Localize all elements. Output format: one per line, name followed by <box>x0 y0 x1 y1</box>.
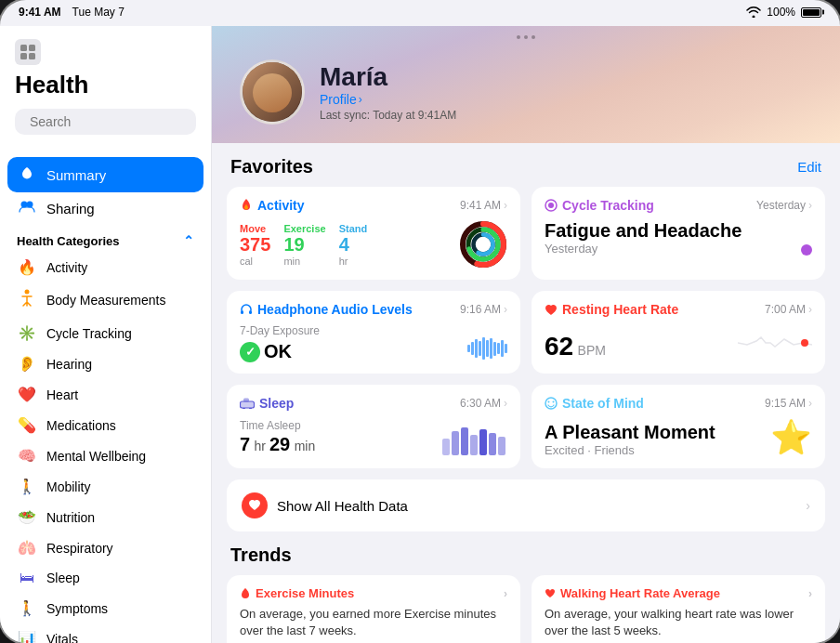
sharing-icon <box>17 200 37 217</box>
sidebar-item-nutrition[interactable]: 🥗 Nutrition <box>7 502 203 532</box>
edit-button[interactable]: Edit <box>797 159 821 175</box>
stand-unit: hr <box>339 256 368 267</box>
sharing-label: Sharing <box>46 201 95 217</box>
activity-card-header: Activity 9:41 AM › <box>240 198 507 213</box>
sidebar-item-summary[interactable]: Summary <box>7 157 203 192</box>
mental-label: Mental Wellbeing <box>46 449 146 464</box>
activity-card[interactable]: Activity 9:41 AM › Move 375 <box>227 187 520 280</box>
som-value: A Pleasant Moment <box>545 422 715 443</box>
walking-hr-trend-card[interactable]: Walking Heart Rate Average › On average,… <box>532 575 825 643</box>
exercise-trend-card[interactable]: Exercise Minutes › On average, you earne… <box>227 575 520 643</box>
som-card-body: A Pleasant Moment Excited · Friends ⭐ <box>545 418 812 457</box>
som-card-header: State of Mind 9:15 AM › <box>545 396 812 411</box>
cycle-card-title: Cycle Tracking <box>545 198 654 213</box>
sidebar-item-respiratory[interactable]: 🫁 Respiratory <box>7 532 203 563</box>
activity-metrics: Move 375 cal Exercise 19 min <box>240 220 507 269</box>
activity-rings-icon <box>459 220 507 269</box>
exercise-trend-chevron-icon: › <box>504 587 507 600</box>
heart-fill-icon <box>545 304 558 316</box>
mobility-label: Mobility <box>46 479 90 494</box>
sidebar-item-medications[interactable]: 💊 Medications <box>7 410 203 440</box>
trends-grid: Exercise Minutes › On average, you earne… <box>227 575 825 643</box>
sidebar-item-hearing[interactable]: 👂 Hearing <box>7 348 203 379</box>
sidebar-item-sharing[interactable]: Sharing <box>7 192 203 224</box>
sidebar-item-body[interactable]: Body Measurements <box>7 282 203 318</box>
walking-hr-desc: On average, your walking heart rate was … <box>545 606 812 639</box>
sleep-card-header: Sleep 6:30 AM › <box>240 396 507 411</box>
heart-rate-chart <box>738 324 812 361</box>
sidebar-item-sleep[interactable]: 🛏 Sleep <box>7 563 203 593</box>
sleep-icon <box>240 398 255 409</box>
svg-rect-29 <box>461 427 468 455</box>
medications-icon: 💊 <box>17 416 37 434</box>
search-input[interactable] <box>30 114 192 129</box>
profile-link[interactable]: Profile › <box>320 92 456 107</box>
svg-rect-27 <box>442 439 450 455</box>
hearing-icon: 👂 <box>17 355 37 373</box>
som-chevron-icon: › <box>808 397 812 410</box>
app-body: Health <box>0 26 840 643</box>
cycle-tracking-card[interactable]: Cycle Tracking Yesterday › Fatigue and H… <box>532 187 825 280</box>
favorites-grid: Activity 9:41 AM › Move 375 <box>227 187 825 468</box>
cycle-card-header: Cycle Tracking Yesterday › <box>545 198 812 213</box>
stand-metric: Stand 4 hr <box>339 223 368 267</box>
svg-rect-2 <box>20 53 27 59</box>
profile-chevron-icon: › <box>359 93 362 106</box>
sleep-minutes: 29 <box>269 434 290 454</box>
nutrition-label: Nutrition <box>46 510 95 525</box>
star-icon: ⭐ <box>770 418 812 457</box>
sidebar-item-cycle[interactable]: ✳️ Cycle Tracking <box>7 318 203 348</box>
state-of-mind-card[interactable]: State of Mind 9:15 AM › A Pleasant Momen… <box>532 385 825 468</box>
audio-wave-chart <box>467 335 507 362</box>
svg-point-18 <box>548 203 554 208</box>
sleep-chart <box>442 420 507 455</box>
svg-rect-31 <box>479 429 487 455</box>
sidebar-item-heart[interactable]: ❤️ Heart <box>7 379 203 410</box>
headphone-card[interactable]: Headphone Audio Levels 9:16 AM › 7-Day E… <box>227 291 520 374</box>
svg-rect-19 <box>241 310 243 314</box>
categories-title: Health Categories <box>17 234 120 248</box>
sleep-chevron-icon: › <box>504 397 507 410</box>
svg-rect-30 <box>470 435 478 455</box>
cycle-icon-card <box>545 199 558 212</box>
mental-icon: 🧠 <box>17 447 37 465</box>
hr-value: 62 <box>545 332 573 361</box>
sidebar-item-symptoms[interactable]: 🚶 Symptoms <box>7 593 203 623</box>
wifi-icon <box>746 7 761 18</box>
sidebar-header: Health <box>0 39 211 157</box>
svg-rect-20 <box>249 310 252 314</box>
search-bar[interactable] <box>15 109 196 135</box>
profile-name: María <box>320 62 456 92</box>
trends-header: Trends <box>227 531 825 575</box>
svg-rect-33 <box>498 437 505 455</box>
move-metric: Move 375 cal <box>240 223 270 267</box>
headphone-card-header: Headphone Audio Levels 9:16 AM › <box>240 302 507 317</box>
hr-card-time: 7:00 AM › <box>765 303 812 316</box>
categories-header: Health Categories ⌃ <box>0 224 211 252</box>
sidebar-item-vitals[interactable]: 📊 Vitals <box>7 623 203 643</box>
categories-list: 🔥 Activity Body Measurements ✳️ Cycle Tr… <box>0 252 211 643</box>
exercise-unit: min <box>283 256 325 267</box>
stand-value: 4 <box>339 234 368 256</box>
sidebar-item-mental[interactable]: 🧠 Mental Wellbeing <box>7 440 203 471</box>
sidebar-nav: Summary Sharing <box>0 157 211 224</box>
sidebar-item-activity[interactable]: 🔥 Activity <box>7 252 203 282</box>
activity-label: Activity <box>46 260 87 275</box>
sleep-card[interactable]: Sleep 6:30 AM › Time Asleep 7 <box>227 385 520 468</box>
body-label: Body Measurements <box>46 293 165 308</box>
sidebar-item-mobility[interactable]: 🚶 Mobility <box>7 471 203 502</box>
avatar <box>240 59 305 125</box>
show-all-health-data[interactable]: Show All Health Data › <box>227 479 825 531</box>
sleep-card-time: 6:30 AM › <box>460 397 507 410</box>
hr-chevron-icon: › <box>808 303 812 316</box>
move-label: Move <box>240 223 270 234</box>
summary-label: Summary <box>46 167 106 183</box>
sleep-hours: 7 <box>240 434 250 454</box>
resting-heart-rate-card[interactable]: Resting Heart Rate 7:00 AM › 62 BPM <box>532 291 825 374</box>
activity-card-title: Activity <box>240 198 305 213</box>
summary-icon <box>17 164 37 185</box>
sleep-hr-unit: hr <box>255 439 269 453</box>
hr-card-header: Resting Heart Rate 7:00 AM › <box>545 302 812 317</box>
respiratory-icon: 🫁 <box>17 539 37 557</box>
svg-rect-0 <box>20 45 27 51</box>
